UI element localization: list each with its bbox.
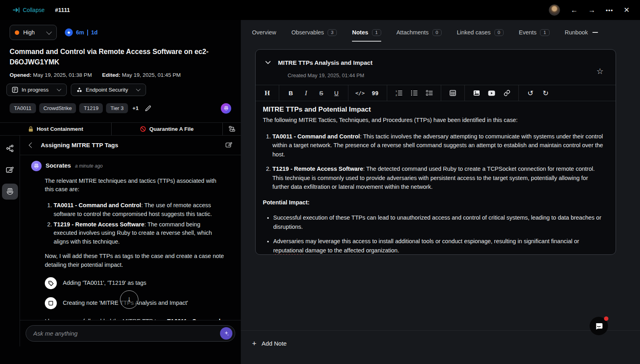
category-label: Endpoint Security: [86, 87, 128, 93]
image-button[interactable]: [470, 87, 483, 99]
note-card: MITRE TTPs Analysis and Impact Created M…: [255, 49, 616, 255]
note-title: MITRE TTPs Analysis and Impact: [278, 59, 372, 66]
editor-toolbar: H B I S U </> 99 1: [256, 85, 616, 101]
list-item: Adversaries may leverage this access to …: [273, 237, 606, 254]
tag-tier3[interactable]: Tier 3: [106, 103, 128, 113]
tool-action-tags: Adding 'TA0011', 'T1219' as tags: [45, 277, 225, 289]
scroll-to-bottom-button[interactable]: ↓: [120, 290, 138, 309]
tab-count-badge: 3: [328, 29, 337, 36]
tab-runbook[interactable]: Runbook: [565, 29, 598, 41]
task-list-button[interactable]: [422, 87, 436, 99]
quarantine-file-label: Quarantine A File: [149, 126, 194, 132]
ordered-list-button[interactable]: 1 2: [392, 87, 406, 99]
forward-icon[interactable]: →: [588, 6, 595, 14]
message-timestamp: a minute ago: [75, 162, 102, 170]
compose-icon: [6, 166, 14, 174]
heading-button[interactable]: H: [260, 87, 274, 99]
opened-value: May 19, 2025, 01:38 PM: [33, 72, 92, 78]
user-avatar[interactable]: [549, 4, 560, 16]
assignee-avatar[interactable]: [221, 103, 231, 114]
send-button[interactable]: [220, 327, 232, 340]
tab-events[interactable]: Events 1: [519, 29, 550, 42]
sla-second: 1d: [91, 29, 98, 36]
edit-note-icon[interactable]: [225, 141, 233, 149]
chat-bubble-smile-icon: [594, 322, 603, 330]
blockquote-button[interactable]: 99: [368, 87, 382, 99]
rail-workflow-button[interactable]: [2, 140, 18, 156]
sla-first: 6m: [76, 29, 84, 36]
star-icon[interactable]: ☆: [596, 66, 604, 76]
star-badge-icon: ★: [65, 28, 73, 36]
tool-action-label: Adding 'TA0011', 'T1219' as tags: [63, 279, 146, 288]
help-chat-button[interactable]: [590, 317, 608, 335]
topbar: Collapse #1111 ← → ••• ✕: [0, 0, 640, 20]
quarantine-file-button[interactable]: Quarantine A File: [111, 123, 223, 135]
bullet-list-button[interactable]: [407, 87, 421, 99]
tag-icon: [45, 277, 57, 289]
ordered-list-icon: 1 2: [396, 90, 402, 96]
socrates-crest-icon: [33, 163, 40, 169]
socrates-crest-icon: [223, 105, 229, 111]
code-button[interactable]: </>: [353, 87, 367, 99]
case-meta: Opened: May 19, 2025, 01:38 PM Edited: M…: [10, 72, 231, 78]
add-note-label: Add Note: [262, 340, 287, 347]
collapse-button[interactable]: Collapse: [13, 7, 44, 13]
redo-button[interactable]: ↻: [539, 87, 552, 99]
tab-count-badge: 1: [372, 29, 381, 36]
italic-button[interactable]: I: [299, 87, 313, 99]
note-ttp-list: TA0011 - Command and Control: This tacti…: [263, 132, 606, 192]
tab-observables[interactable]: Observables 3: [291, 29, 337, 42]
tab-bar: Overview Observables 3 Notes 1 Attachmen…: [241, 20, 640, 42]
undo-button[interactable]: ↺: [524, 87, 537, 99]
strikethrough-button[interactable]: S: [314, 87, 328, 99]
case-title: Command and Control via Remote Access So…: [10, 46, 230, 68]
svg-text:1: 1: [396, 90, 397, 92]
tags-overflow-count[interactable]: +1: [132, 105, 138, 111]
note-heading: MITRE TTPs and Potential Impact: [263, 104, 606, 115]
tab-notes[interactable]: Notes 1: [352, 29, 381, 42]
tab-attachments[interactable]: Attachments 0: [396, 29, 442, 42]
bullet-list-icon: [411, 90, 418, 96]
youtube-button[interactable]: [485, 87, 498, 99]
rail-compose-button[interactable]: [2, 162, 18, 178]
chevron-left-icon[interactable]: [29, 142, 34, 148]
tag-t1219[interactable]: T1219: [79, 103, 103, 113]
table-button[interactable]: [446, 87, 460, 99]
priority-select[interactable]: High: [10, 25, 57, 40]
tab-count-badge: 0: [494, 29, 504, 36]
edit-tags-button[interactable]: [145, 105, 151, 112]
more-actions-button[interactable]: [222, 123, 241, 135]
close-icon[interactable]: ✕: [624, 6, 630, 14]
link-button[interactable]: [500, 87, 514, 99]
note-editor-body[interactable]: MITRE TTPs and Potential Impact The foll…: [256, 101, 616, 254]
tab-count-badge: 1: [540, 29, 549, 36]
tag-crowdstrike[interactable]: CrowdStrike: [39, 103, 76, 113]
add-note-button[interactable]: + Add Note: [241, 330, 640, 347]
chat-messages[interactable]: Socrates a minute ago The relevant MITRE…: [20, 155, 241, 320]
category-select[interactable]: Endpoint Security: [71, 84, 146, 96]
case-management-app: { "topbar": { "collapse_label": "Collaps…: [0, 0, 640, 364]
case-content-panel: Overview Observables 3 Notes 1 Attachmen…: [241, 20, 640, 364]
case-detail-panel: High ★ 6m 1d Command and Control via Rem…: [0, 20, 241, 364]
underline-button[interactable]: U: [330, 87, 343, 99]
minus-icon: [592, 32, 598, 33]
back-icon[interactable]: ←: [570, 6, 578, 14]
note-created-timestamp: Created May 19, 2025, 01:44 PM: [288, 72, 605, 78]
tab-overview[interactable]: Overview: [252, 29, 276, 41]
chat-input[interactable]: [33, 330, 220, 337]
status-select[interactable]: In progress: [6, 84, 67, 96]
priority-label: High: [23, 29, 44, 36]
left-rail: [0, 136, 20, 346]
rail-socrates-button[interactable]: [2, 184, 18, 200]
shapes-icon: [76, 87, 82, 93]
bold-button[interactable]: B: [284, 87, 298, 99]
host-containment-button[interactable]: Host Containment: [0, 123, 111, 135]
tab-linked-cases[interactable]: Linked cases 0: [457, 29, 504, 42]
host-containment-label: Host Containment: [37, 126, 83, 132]
tag-ta0011[interactable]: TA0011: [10, 103, 36, 113]
chevron-down-icon[interactable]: [265, 61, 271, 64]
sla-badge: ★ 6m 1d: [65, 28, 98, 36]
quick-actions-row: Host Containment Quarantine A File: [0, 122, 241, 136]
more-icon[interactable]: •••: [606, 7, 613, 13]
agent-chat-panel: Assigning MITRE TTP Tags: [20, 136, 241, 346]
